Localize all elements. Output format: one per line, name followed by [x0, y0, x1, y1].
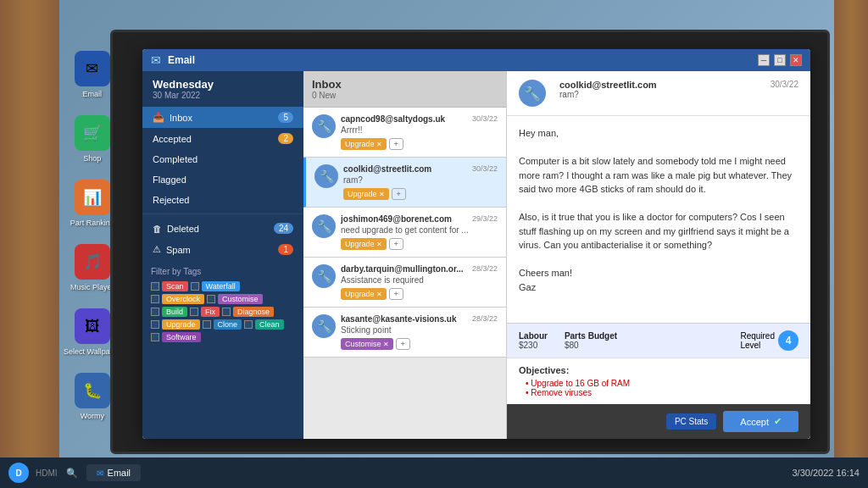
nav-rejected[interactable]: Rejected: [142, 190, 303, 210]
detail-body: Hey man, Computer is a bit slow lately a…: [507, 116, 810, 323]
taskbar-logo: D: [8, 463, 29, 483]
tag-diagnose-label: Diagnose: [233, 307, 274, 317]
tag-clean-label: Clean: [255, 319, 284, 330]
tag-diagnose-checkbox[interactable]: [222, 308, 231, 316]
tag-scan-checkbox[interactable]: [151, 282, 159, 291]
tag-customise-checkbox[interactable]: [207, 295, 215, 303]
body-line-2: Computer is a bit slow lately and somebo…: [519, 154, 798, 197]
deleted-label: Deleted: [167, 224, 199, 234]
monitor: ✉ Email ─ □ ✕ Wednesday 30 Mar 2022: [110, 30, 830, 454]
add-tag-3[interactable]: +: [389, 238, 403, 250]
pc-stats-button[interactable]: PC Stats: [666, 413, 716, 430]
tag-clean[interactable]: Clean: [244, 319, 284, 330]
email-item-4[interactable]: 🔧 darby.tarquin@mullington.or... 28/3/22…: [303, 258, 506, 308]
objectives-panel: Objectives: • Upgrade to 16 GB of RAM • …: [507, 358, 810, 404]
email-tag-customise-5: Customise ✕: [341, 338, 393, 350]
email-item-1[interactable]: 🔧 capncod98@saltydogs.uk 30/3/22 Arrrr!!…: [303, 108, 506, 158]
tag-build[interactable]: Build: [151, 307, 187, 317]
nav-deleted[interactable]: 🗑 Deleted 24: [142, 218, 303, 239]
tag-customise[interactable]: Customise: [207, 294, 263, 304]
email-content-1: capncod98@saltydogs.uk 30/3/22 Arrrr!! U…: [341, 114, 498, 150]
email-subject-2: ram?: [343, 175, 498, 185]
tag-fix[interactable]: Fix: [190, 307, 220, 317]
add-tag-4[interactable]: +: [389, 288, 403, 300]
tag-clone[interactable]: Clone: [203, 319, 242, 330]
tag-overclock-checkbox[interactable]: [151, 295, 159, 303]
wallpaper-icon: 🖼: [75, 308, 110, 344]
add-tag-1[interactable]: +: [389, 138, 403, 150]
accept-button[interactable]: Accept ✔: [723, 411, 798, 432]
parts-label: Parts Budget: [565, 331, 617, 341]
sidebar-item-shop[interactable]: 🛒 Shop: [75, 115, 110, 163]
tag-waterfall-label: Waterfall: [202, 281, 240, 291]
detail-from: coolkid@streetlit.com: [559, 80, 657, 90]
email-sender-5: kasante@kasante-visions.uk: [341, 314, 456, 324]
tags-grid: Scan Waterfall Overclock: [151, 281, 295, 342]
date-header: Wednesday 30 Mar 2022: [142, 71, 303, 107]
minimize-button[interactable]: ─: [758, 54, 770, 66]
tag-fix-checkbox[interactable]: [190, 308, 198, 316]
email-tag-upgrade-3: Upgrade ✕: [341, 238, 387, 250]
email-date-2: 30/3/22: [472, 164, 498, 173]
email-tags-3: Upgrade ✕ +: [341, 238, 498, 250]
date-full: 30 Mar 2022: [153, 91, 293, 100]
tag-overclock[interactable]: Overclock: [151, 294, 204, 304]
sidebar-item-music-player[interactable]: 🎵 Music Player: [70, 244, 114, 291]
email-item-2[interactable]: 🔧 coolkid@streetlit.com 30/3/22 ram? Upg…: [303, 158, 506, 208]
sidebar-item-wormy[interactable]: 🐛 Wormy: [75, 373, 110, 420]
tag-clean-checkbox[interactable]: [244, 320, 253, 329]
inbox-label: Inbox: [170, 113, 192, 123]
objective-2: • Remove viruses: [526, 388, 798, 397]
nav-accepted[interactable]: Accepted 2: [142, 128, 303, 149]
taskbar-email-button[interactable]: ✉ Email: [86, 464, 142, 481]
nav-completed[interactable]: Completed: [142, 149, 303, 169]
detail-date: 30/3/22: [771, 80, 798, 89]
close-button[interactable]: ✕: [790, 54, 802, 66]
nav-flagged[interactable]: Flagged: [142, 169, 303, 190]
email-tag-upgrade-2: Upgrade ✕: [343, 188, 389, 200]
tag-scan[interactable]: Scan: [151, 281, 188, 291]
tag-clone-label: Clone: [214, 319, 242, 330]
action-bar: PC Stats Accept ✔: [507, 404, 810, 439]
email-list-header: Inbox 0 New: [303, 71, 506, 108]
email-list-title: Inbox: [312, 78, 498, 91]
email-content-5: kasante@kasante-visions.uk 28/3/22 Stick…: [341, 314, 498, 350]
email-item-5[interactable]: 🔧 kasante@kasante-visions.uk 28/3/22 Sti…: [303, 308, 506, 358]
nav-inbox[interactable]: 📥 Inbox 5: [142, 107, 303, 128]
tag-build-label: Build: [162, 307, 187, 317]
email-item-3[interactable]: 🔧 joshimon469@borenet.com 29/3/22 need u…: [303, 208, 506, 258]
detail-subject: ram?: [559, 90, 657, 99]
email-tags-1: Upgrade ✕ +: [341, 138, 498, 150]
shop-icon: 🛒: [75, 115, 110, 151]
add-tag-5[interactable]: +: [396, 338, 410, 350]
tag-software[interactable]: Software: [151, 332, 201, 342]
hdmi-label: HDMI: [36, 469, 58, 478]
body-line-5: Gaz: [519, 280, 798, 295]
required-info: Required Level 4: [740, 330, 798, 351]
email-detail: 🔧 coolkid@streetlit.com ram? 30/3/22 Hey…: [507, 71, 810, 439]
search-icon[interactable]: 🔍: [66, 468, 78, 479]
email-window: ✉ Email ─ □ ✕ Wednesday 30 Mar 2022: [142, 49, 810, 439]
email-avatar-4: 🔧: [312, 264, 336, 288]
nav-spam[interactable]: ⚠ Spam 1: [142, 239, 303, 260]
tag-upgrade[interactable]: Upgrade: [151, 319, 200, 330]
tag-upgrade-checkbox[interactable]: [151, 320, 159, 329]
add-tag-2[interactable]: +: [392, 188, 406, 200]
tag-waterfall[interactable]: Waterfall: [191, 281, 240, 291]
tag-diagnose[interactable]: Diagnose: [222, 307, 274, 317]
tag-fix-label: Fix: [201, 307, 220, 317]
tag-build-checkbox[interactable]: [151, 308, 159, 316]
deleted-badge: 24: [274, 223, 293, 234]
tag-waterfall-checkbox[interactable]: [191, 282, 199, 291]
date-day: Wednesday: [153, 78, 293, 91]
sidebar-item-email[interactable]: ✉ Email: [75, 51, 110, 98]
email-icon: ✉: [75, 51, 110, 86]
tag-software-checkbox[interactable]: [151, 333, 159, 341]
required-text: Required Level: [740, 331, 775, 350]
tag-clone-checkbox[interactable]: [203, 320, 211, 329]
sidebar-item-part-ranking[interactable]: 📊 Part Ranking: [70, 180, 114, 227]
level-badge: 4: [778, 330, 798, 351]
tags-section: Filter by Tags Scan Waterfall: [142, 260, 303, 439]
email-date-1: 30/3/22: [472, 114, 498, 123]
maximize-button[interactable]: □: [774, 54, 786, 66]
